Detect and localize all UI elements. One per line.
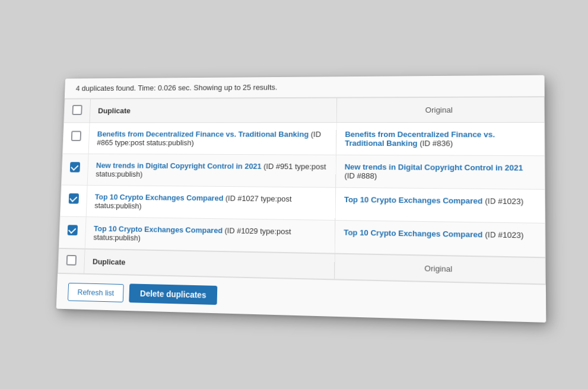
row-checkbox-cell[interactable] (60, 184, 87, 216)
row-checkbox-2[interactable] (69, 162, 80, 172)
original-meta: (ID #1023) (482, 229, 523, 240)
original-meta: (ID #1023) (482, 196, 523, 206)
original-cell: Benefits from Decentralized Finance vs. … (336, 122, 545, 155)
duplicate-cell: Top 10 Crypto Exchanges Compared (ID #10… (85, 216, 335, 253)
table-row: New trends in Digital Copyright Control … (61, 154, 545, 189)
original-cell: Top 10 Crypto Exchanges Compared (ID #10… (335, 220, 545, 257)
duplicate-link[interactable]: New trends in Digital Copyright Control … (96, 161, 261, 170)
duplicates-table: Duplicate Original Benefits from Decentr… (58, 97, 546, 284)
select-all-checkbox[interactable] (72, 104, 82, 114)
duplicate-cell: Top 10 Crypto Exchanges Compared (ID #10… (86, 185, 335, 220)
duplicate-cell: New trends in Digital Copyright Control … (87, 154, 336, 187)
summary-text: 4 duplicates found. Time: 0.026 sec. Sho… (75, 82, 277, 92)
row-checkbox-cell[interactable] (59, 216, 86, 249)
delete-button[interactable]: Delete duplicates (129, 283, 217, 305)
table-body: Benefits from Decentralized Finance vs. … (59, 122, 545, 257)
row-checkbox-4[interactable] (67, 225, 77, 235)
footer-original-col: Original (334, 253, 545, 283)
row-checkbox-3[interactable] (68, 193, 78, 204)
original-link[interactable]: New trends in Digital Copyright Control … (344, 162, 523, 172)
summary-bar: 4 duplicates found. Time: 0.026 sec. Sho… (64, 75, 544, 98)
refresh-button[interactable]: Refresh list (68, 282, 124, 302)
row-checkbox-cell[interactable] (62, 122, 90, 154)
original-cell: New trends in Digital Copyright Control … (335, 155, 545, 189)
row-checkbox-cell[interactable] (61, 154, 88, 185)
header-duplicate-col: Duplicate (90, 98, 337, 123)
table-row: Benefits from Decentralized Finance vs. … (62, 122, 544, 155)
header-checkbox-col[interactable] (63, 98, 90, 122)
footer-select-checkbox[interactable] (66, 254, 77, 265)
duplicates-panel: 4 duplicates found. Time: 0.026 sec. Sho… (56, 75, 546, 322)
duplicate-cell: Benefits from Decentralized Finance vs. … (88, 122, 336, 155)
original-link[interactable]: Top 10 Crypto Exchanges Compared (344, 228, 482, 239)
header-original-col: Original (336, 97, 544, 122)
footer-checkbox-col[interactable] (58, 248, 85, 273)
original-cell: Top 10 Crypto Exchanges Compared (ID #10… (335, 187, 545, 223)
original-link[interactable]: Top 10 Crypto Exchanges Compared (344, 194, 482, 205)
duplicate-link[interactable]: Benefits from Decentralized Finance vs. … (97, 129, 309, 138)
original-meta: (ID #888) (344, 171, 377, 180)
original-meta: (ID #836) (417, 139, 453, 148)
row-checkbox-1[interactable] (71, 130, 81, 141)
